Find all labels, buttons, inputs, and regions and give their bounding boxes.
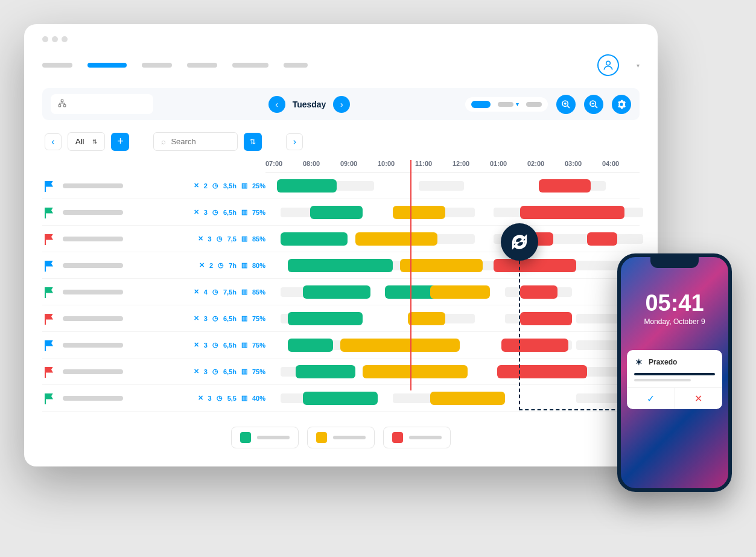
legend-label xyxy=(333,436,366,439)
notification-card[interactable]: ✶ Praxedo ✓ ✕ xyxy=(627,350,722,409)
task-bar[interactable] xyxy=(296,365,355,378)
task-bar[interactable] xyxy=(355,232,437,246)
clock-icon: ◷ xyxy=(212,182,218,189)
time-col: 03:00 xyxy=(565,160,602,167)
view-option-3[interactable] xyxy=(526,102,542,107)
next-button[interactable]: › xyxy=(286,133,303,150)
task-bar[interactable] xyxy=(520,206,625,219)
date-nav: ‹ Tuesday › xyxy=(268,96,351,113)
legend-red xyxy=(383,427,451,448)
notif-text-line xyxy=(634,379,691,381)
stat-hours: 3,5h xyxy=(223,182,237,189)
time-col: 11:00 xyxy=(415,160,453,167)
row-lane[interactable] xyxy=(265,279,640,305)
task-bar[interactable] xyxy=(303,392,378,405)
chart-icon: ▥ xyxy=(241,341,247,349)
task-bar[interactable] xyxy=(288,259,393,272)
stat-tools: 3 xyxy=(208,235,212,243)
row-lane[interactable] xyxy=(265,226,640,252)
schedule-row: ✕2 ◷7h ▥80% xyxy=(42,252,640,279)
clock-icon: ◷ xyxy=(212,314,218,322)
row-lane[interactable] xyxy=(265,332,640,358)
task-bar[interactable] xyxy=(281,232,348,246)
nav-item-6[interactable] xyxy=(284,63,308,68)
stat-tools: 3 xyxy=(204,342,208,349)
zoom-in-button[interactable] xyxy=(556,95,576,114)
settings-button[interactable] xyxy=(612,95,631,114)
legend-label xyxy=(409,436,442,439)
row-lane[interactable] xyxy=(265,358,640,384)
view-option-2[interactable] xyxy=(498,102,513,107)
stat-hours: 7,5h xyxy=(223,288,237,296)
row-stats: ✕3 ◷6,5h ▥75% xyxy=(194,314,265,322)
user-avatar[interactable] xyxy=(597,54,619,76)
task-bar[interactable] xyxy=(340,339,460,352)
search-input[interactable] xyxy=(171,137,230,146)
row-lane[interactable] xyxy=(265,199,640,225)
flag-icon xyxy=(45,340,54,350)
task-bar[interactable] xyxy=(501,339,569,352)
next-day-button[interactable]: › xyxy=(333,96,350,113)
prev-button[interactable]: ‹ xyxy=(45,133,62,150)
nav-item-2[interactable] xyxy=(87,63,127,68)
search-box[interactable]: ⌕ xyxy=(153,132,238,151)
task-bar[interactable] xyxy=(430,285,490,299)
task-bar[interactable] xyxy=(303,285,370,299)
nav-item-3[interactable] xyxy=(142,63,172,68)
sync-icon xyxy=(510,232,529,252)
prev-day-button[interactable]: ‹ xyxy=(268,96,285,113)
stat-tools: 3 xyxy=(208,395,212,402)
view-toggle[interactable]: ▾ xyxy=(465,97,548,112)
notif-reject-button[interactable]: ✕ xyxy=(675,388,723,409)
task-bar[interactable] xyxy=(288,339,332,352)
notification-title: Praxedo xyxy=(649,358,677,366)
chart-icon: ▥ xyxy=(241,208,247,216)
schedule-row: ✕3 ◷6,5h ▥75% xyxy=(42,199,640,226)
row-stats: ✕2 ◷7h ▥80% xyxy=(199,261,265,269)
task-bar[interactable] xyxy=(497,365,587,378)
stat-pct: 75% xyxy=(252,342,265,349)
task-bar[interactable] xyxy=(539,179,591,193)
schedule-row: ✕3 ◷5,5 ▥40% xyxy=(42,385,640,412)
filter-select[interactable]: All ⇅ xyxy=(68,132,105,151)
view-option-active[interactable] xyxy=(471,101,491,108)
empty-slot[interactable] xyxy=(419,181,463,191)
nav-item-5[interactable] xyxy=(232,63,268,68)
task-bar[interactable] xyxy=(393,206,445,219)
task-bar[interactable] xyxy=(587,232,617,246)
notif-accept-button[interactable]: ✓ xyxy=(627,388,675,409)
svg-rect-3 xyxy=(63,104,66,107)
filter-controls: ‹ All ⇅ + ⌕ ⇅ › xyxy=(42,132,640,151)
avatar-caret-icon: ▾ xyxy=(637,62,640,69)
row-lane[interactable] xyxy=(265,305,640,331)
maximize-dot[interactable] xyxy=(62,36,68,42)
add-button[interactable]: + xyxy=(111,133,129,151)
task-bar[interactable] xyxy=(288,312,363,325)
minimize-dot[interactable] xyxy=(52,36,58,42)
task-bar[interactable] xyxy=(310,206,363,219)
task-bar[interactable] xyxy=(430,392,505,405)
nav-item-1[interactable] xyxy=(42,63,72,68)
row-lane[interactable] xyxy=(265,173,640,199)
row-stats: ✕3 ◷6,5h ▥75% xyxy=(194,341,265,349)
clock-icon: ◷ xyxy=(217,235,223,243)
row-lane[interactable] xyxy=(265,252,640,278)
task-bar[interactable] xyxy=(520,312,573,325)
schedule-row: ✕3 ◷7,5 ▥85% xyxy=(42,226,640,252)
resource-name xyxy=(63,290,123,294)
org-selector[interactable] xyxy=(51,94,153,114)
nav-item-4[interactable] xyxy=(187,63,217,68)
close-dot[interactable] xyxy=(42,36,48,42)
row-lane[interactable] xyxy=(265,385,640,411)
task-bar[interactable] xyxy=(363,365,468,378)
stat-tools: 3 xyxy=(204,315,208,322)
task-bar[interactable] xyxy=(400,259,482,272)
task-bar[interactable] xyxy=(408,312,445,325)
row-info: ✕3 ◷7,5 ▥85% xyxy=(42,234,265,244)
sort-button[interactable]: ⇅ xyxy=(244,133,262,151)
task-bar[interactable] xyxy=(494,259,576,272)
task-bar[interactable] xyxy=(520,285,557,299)
zoom-out-button[interactable] xyxy=(584,95,603,114)
task-bar[interactable] xyxy=(277,179,337,193)
stat-tools: 2 xyxy=(204,182,208,189)
